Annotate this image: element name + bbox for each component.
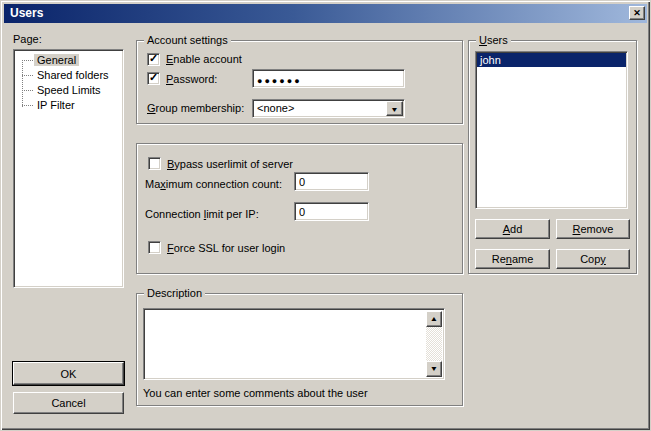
page-item-ip-filter[interactable]: IP Filter — [14, 98, 123, 113]
password-label: Password: — [166, 73, 217, 86]
check-icon: ✓ — [149, 52, 158, 65]
rename-user-button[interactable]: Rename — [475, 249, 550, 269]
scroll-up-button[interactable]: ▲ — [426, 311, 442, 327]
remove-user-button[interactable]: Remove — [556, 219, 630, 239]
description-caption: Description — [144, 287, 205, 300]
users-caption: Users — [476, 34, 511, 47]
check-icon: ✓ — [149, 71, 158, 84]
description-scrollbar[interactable]: ▲ ▼ — [426, 311, 442, 377]
description-field-frame: ▲ ▼ — [143, 308, 445, 380]
account-settings-caption: Account settings — [144, 34, 231, 47]
force-ssl-checkbox[interactable] — [148, 241, 161, 254]
max-connection-input[interactable] — [294, 172, 369, 191]
combo-dropdown-button[interactable]: ▼ — [386, 101, 403, 116]
scroll-down-button[interactable]: ▼ — [426, 361, 442, 377]
users-list[interactable]: john — [475, 51, 628, 209]
enable-account-checkbox[interactable]: ✓ — [147, 53, 160, 66]
close-icon: ✕ — [633, 8, 641, 18]
arrow-up-icon: ▲ — [426, 312, 443, 326]
connection-limit-ip-label: Connection limit per IP: — [145, 208, 259, 221]
description-textarea[interactable] — [146, 311, 425, 377]
force-ssl-label: Force SSL for user login — [167, 242, 285, 255]
password-checkbox[interactable]: ✓ — [147, 72, 160, 85]
users-group: Users john Add Remove Rename Copy — [468, 40, 637, 274]
page-item-general[interactable]: General — [14, 53, 123, 68]
user-list-item[interactable]: john — [477, 53, 626, 67]
users-dialog: Users ✕ Page: General Shared folders Spe… — [0, 0, 651, 431]
description-group: Description ▲ ▼ You can enter some comme… — [136, 293, 463, 406]
enable-account-label: Enable account — [166, 53, 242, 66]
ok-button[interactable]: OK — [13, 362, 124, 385]
copy-user-button[interactable]: Copy — [556, 249, 630, 269]
page-list[interactable]: General Shared folders Speed Limits IP F… — [13, 49, 124, 288]
bypass-userlimit-label: Bypass userlimit of server — [167, 158, 293, 171]
bypass-userlimit-checkbox[interactable] — [148, 157, 161, 170]
group-membership-label: Group membership: — [147, 102, 244, 115]
group-membership-select[interactable]: <none> ▼ — [252, 99, 405, 118]
account-settings-group: Account settings ✓ Enable account ✓ Pass… — [136, 40, 463, 124]
add-user-button[interactable]: Add — [475, 219, 550, 239]
cancel-button[interactable]: Cancel — [13, 392, 124, 414]
connection-limit-ip-input[interactable] — [294, 202, 369, 221]
arrow-down-icon: ▼ — [426, 362, 443, 376]
connection-limits-group: Bypass userlimit of server Maximum conne… — [136, 143, 463, 274]
close-button[interactable]: ✕ — [629, 6, 645, 20]
page-item-shared-folders[interactable]: Shared folders — [14, 68, 123, 83]
window-title: Users — [10, 6, 43, 20]
page-label: Page: — [13, 33, 42, 46]
page-item-speed-limits[interactable]: Speed Limits — [14, 83, 123, 98]
group-membership-value: <none> — [257, 102, 294, 115]
password-input[interactable] — [252, 69, 405, 88]
description-hint: You can enter some comments about the us… — [143, 387, 368, 400]
titlebar[interactable]: Users ✕ — [4, 4, 647, 23]
max-connection-label: Maximum connection count: — [145, 178, 282, 191]
chevron-down-icon: ▼ — [386, 102, 404, 117]
